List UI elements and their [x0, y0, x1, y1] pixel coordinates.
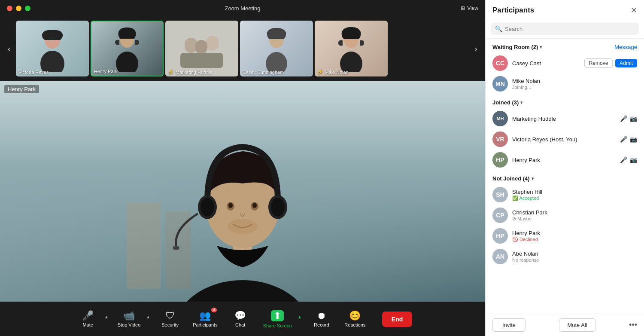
mic-icon-victoria: 🎤 — [620, 136, 627, 143]
svg-point-25 — [228, 219, 258, 234]
mute-button[interactable]: 🎤 Mute — [73, 309, 103, 330]
actions-victoria-reyes: 🎤 📷 — [620, 136, 637, 143]
avatar-stephen-hill: SH — [492, 187, 508, 202]
participants-badge: 3 — [211, 308, 217, 312]
record-button[interactable]: ⏺ Record — [307, 309, 337, 330]
thumb-casey[interactable]: Casey Cunningham — [240, 21, 313, 76]
participant-abe-nolan: AN Abe Nolan No response — [486, 246, 644, 267]
not-joined-title[interactable]: Not Joined (4) ▾ — [492, 175, 534, 182]
name-abe-nolan: Abe Nolan — [512, 250, 637, 257]
name-mike-nolan-wait: Mike Nolan — [512, 78, 637, 84]
mute-caret[interactable]: ▲ — [103, 315, 110, 319]
security-button[interactable]: 🛡 Security — [155, 309, 185, 330]
more-options-button[interactable]: ••• — [629, 321, 637, 330]
zoom-area: Zoom Meeting ⊞ View ‹ Victoria Re — [0, 0, 485, 336]
admit-casey-cast[interactable]: Admit — [615, 59, 637, 67]
panel-header: Participants ✕ — [486, 0, 644, 19]
not-joined-section-header: Not Joined (4) ▾ — [486, 170, 644, 184]
cam-icon-victoria: 📷 — [630, 136, 637, 143]
mute-all-button[interactable]: Mute All — [559, 318, 595, 332]
svg-point-24 — [252, 203, 257, 208]
panel-close-button[interactable]: ✕ — [631, 6, 637, 14]
actions-casey-cast: Remove Admit — [584, 58, 637, 68]
participant-casey-cast: CC Casey Cast Remove Admit — [486, 53, 644, 73]
share-screen-button[interactable]: ⬆ Share Screen — [259, 308, 296, 331]
avatar-marketing-huddle: MH — [492, 111, 508, 126]
status-stephen-hill: ✅ Accepted — [512, 195, 637, 201]
chat-button[interactable]: 💬 Chat — [225, 309, 255, 330]
waiting-room-section-header: Waiting Room (2) ▾ Message — [486, 39, 644, 53]
remove-casey-cast[interactable]: Remove — [584, 58, 613, 68]
status-mike-nolan-wait: Joining... — [512, 85, 637, 90]
name-marketing-huddle: Marketing Huddle — [512, 116, 616, 122]
video-caret[interactable]: ▲ — [145, 315, 152, 319]
title-bar: Zoom Meeting ⊞ View — [0, 0, 485, 16]
share-screen-group: ⬆ Share Screen ▲ — [259, 308, 303, 331]
traffic-lights — [7, 6, 30, 11]
avatar-victoria-reyes: VR — [492, 131, 508, 147]
record-icon: ⏺ — [317, 311, 326, 321]
thumb-marketing[interactable]: ⚡ Marketing Huddle — [165, 21, 238, 76]
avatar-christian-park: CP — [492, 208, 508, 223]
share-icon: ⬆ — [271, 310, 284, 321]
reactions-button[interactable]: 😊 Reactions — [340, 309, 370, 330]
panel-footer: Invite Mute All ••• — [486, 314, 644, 336]
thumb-victoria-label: Victoria Reyes — [18, 70, 49, 75]
end-button[interactable]: End — [382, 312, 412, 327]
main-video-label: Henry Park — [4, 85, 39, 93]
share-caret[interactable]: ▲ — [296, 315, 303, 319]
thumb-mike-label: ⚡ Mike Nolan — [317, 69, 349, 75]
thumb-mike[interactable]: ⚡ Mike Nolan — [315, 21, 388, 76]
participant-victoria-reyes: VR Victoria Reyes (Host, You) 🎤 📷 — [486, 129, 644, 150]
thumbnails: Victoria Reyes Henry Park — [16, 21, 470, 76]
participants-icon: 👥 3 — [199, 311, 211, 321]
name-casey-cast: Casey Cast — [512, 60, 580, 67]
toolbar: 🎤 Mute ▲ 📹 Stop Video ▲ 🛡 Security 👥 3 P… — [0, 302, 485, 336]
security-icon: 🛡 — [165, 311, 175, 321]
svg-rect-7 — [195, 40, 207, 54]
thumb-marketing-label: ⚡ Marketing Huddle — [168, 69, 213, 75]
participants-button[interactable]: 👥 3 Participants — [188, 309, 222, 330]
actions-marketing-huddle: 🎤 📷 — [620, 115, 637, 122]
search-box: 🔍 — [486, 19, 644, 39]
message-action[interactable]: Message — [614, 44, 637, 50]
name-victoria-reyes: Victoria Reyes (Host, You) — [512, 136, 616, 143]
panel-title: Participants — [492, 6, 534, 15]
waiting-room-title[interactable]: Waiting Room (2) ▾ — [492, 44, 542, 50]
participant-mike-nolan-wait: MN Mike Nolan Joining... — [486, 73, 644, 94]
participant-henry-park: HP Henry Park 🎤 📷 — [486, 150, 644, 170]
view-button[interactable]: ⊞ View — [461, 5, 478, 11]
joined-section-header: Joined (3) ▾ — [486, 94, 644, 108]
participants-panel: Participants ✕ 🔍 Waiting Room (2) ▾ Mess… — [485, 0, 644, 336]
close-button[interactable] — [7, 6, 12, 11]
status-abe-nolan: No response — [512, 257, 637, 263]
stop-video-button[interactable]: 📹 Stop Video — [113, 309, 145, 330]
thumb-casey-label: Casey Cunningham — [243, 70, 284, 75]
next-nav[interactable]: › — [471, 44, 481, 54]
svg-point-10 — [266, 52, 287, 72]
mute-group: 🎤 Mute ▲ — [73, 309, 110, 330]
avatar-abe-nolan: AN — [492, 249, 508, 264]
actions-henry-park: 🎤 📷 — [620, 156, 637, 163]
mic-icon-henry: 🎤 — [620, 156, 627, 163]
svg-point-2 — [51, 37, 54, 39]
search-input[interactable] — [505, 26, 635, 32]
participant-stephen-hill: SH Stephen Hill ✅ Accepted — [486, 184, 644, 205]
thumbnail-strip: ‹ Victoria Reyes — [0, 16, 485, 81]
svg-point-30 — [173, 246, 179, 250]
thumb-victoria[interactable]: Victoria Reyes — [16, 21, 89, 76]
avatar-casey-cast: CC — [492, 55, 508, 71]
participant-marketing-huddle: MH Marketing Huddle 🎤 📷 — [486, 108, 644, 129]
joined-title[interactable]: Joined (3) ▾ — [492, 99, 522, 106]
fullscreen-button[interactable] — [25, 6, 30, 11]
svg-point-4 — [116, 52, 138, 72]
svg-rect-6 — [206, 36, 219, 51]
window-title: Zoom Meeting — [225, 5, 260, 12]
invite-button[interactable]: Invite — [492, 318, 526, 332]
minimize-button[interactable] — [16, 6, 21, 11]
svg-point-16 — [174, 280, 311, 302]
cam-icon-marketing: 📷 — [630, 115, 637, 122]
prev-nav[interactable]: ‹ — [4, 44, 14, 54]
thumb-henry[interactable]: Henry Park — [91, 21, 164, 76]
cam-icon-henry: 📷 — [630, 156, 637, 163]
